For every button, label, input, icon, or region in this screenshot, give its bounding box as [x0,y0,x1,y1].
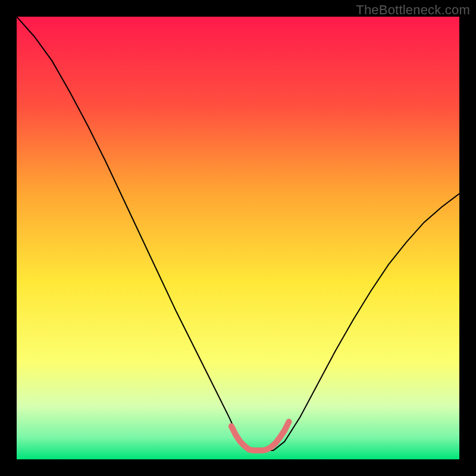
plot-area [17,17,459,459]
gradient-background [17,17,459,459]
watermark-text: TheBottleneck.com [356,2,470,18]
chart-frame: TheBottleneck.com [0,0,476,476]
bottleneck-chart [17,17,459,459]
